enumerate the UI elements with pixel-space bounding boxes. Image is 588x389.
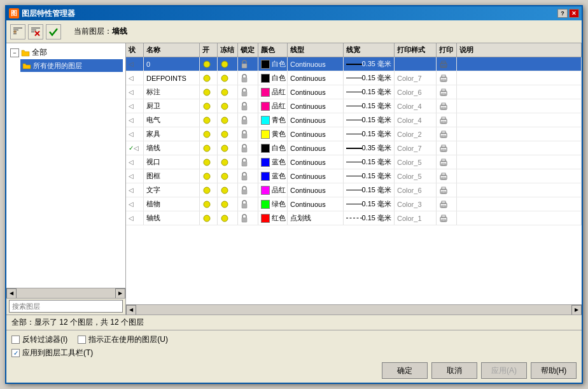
cell-on[interactable]: [200, 85, 218, 99]
cell-print-style[interactable]: Color_7: [395, 141, 437, 155]
cell-linewidth[interactable]: 0.15 毫米: [344, 183, 395, 197]
table-row[interactable]: ◁轴线红色点划线 0.15 毫米Color_1: [126, 211, 582, 225]
cell-print[interactable]: [437, 141, 457, 155]
cell-print[interactable]: [437, 71, 457, 85]
cell-print-style[interactable]: Color_5: [395, 169, 437, 183]
cell-print-style[interactable]: Color_2: [395, 127, 437, 141]
cell-freeze[interactable]: [218, 113, 238, 127]
col-name[interactable]: 名称: [144, 43, 200, 57]
cell-print[interactable]: [437, 85, 457, 99]
help-window-btn[interactable]: ?: [557, 9, 568, 18]
cell-lock[interactable]: [238, 211, 258, 225]
cell-color[interactable]: 白色: [258, 141, 288, 155]
col-print[interactable]: 打印: [437, 43, 457, 57]
help-button[interactable]: 帮助(H): [531, 362, 577, 379]
cell-color[interactable]: 蓝色: [258, 169, 288, 183]
cell-lock[interactable]: [238, 183, 258, 197]
cell-lock[interactable]: [238, 113, 258, 127]
table-row[interactable]: ◁DEFPOINTS白色Continuous 0.15 毫米Color_7: [126, 71, 582, 85]
cell-linewidth[interactable]: 0.15 毫米: [344, 127, 395, 141]
new-layer-btn[interactable]: [10, 24, 25, 39]
cell-print[interactable]: [437, 183, 457, 197]
apply-toolbar-box[interactable]: ✓: [11, 349, 20, 357]
table-row[interactable]: ◁文字品红Continuous 0.15 毫米Color_6: [126, 183, 582, 197]
cell-lock[interactable]: [238, 155, 258, 169]
cell-print-style[interactable]: [395, 57, 437, 71]
cell-lock[interactable]: [238, 71, 258, 85]
table-scroll-left-btn[interactable]: ◀: [126, 305, 136, 315]
cell-print-style[interactable]: Color_5: [395, 155, 437, 169]
table-row[interactable]: ◁厨卫品红Continuous 0.15 毫米Color_4: [126, 99, 582, 113]
cell-color[interactable]: 红色: [258, 211, 288, 225]
cell-freeze[interactable]: [218, 197, 238, 211]
cell-linetype[interactable]: 点划线: [288, 211, 344, 225]
cell-on[interactable]: [200, 57, 218, 71]
table-row[interactable]: ◁图框蓝色Continuous 0.15 毫米Color_5: [126, 169, 582, 183]
cell-linewidth[interactable]: 0.15 毫米: [344, 169, 395, 183]
cell-linetype[interactable]: Continuous: [288, 183, 344, 197]
cell-linewidth[interactable]: 0.15 毫米: [344, 155, 395, 169]
scroll-right-btn[interactable]: ▶: [115, 288, 125, 299]
cell-linewidth[interactable]: 0.15 毫米: [344, 113, 395, 127]
table-horizontal-scrollbar[interactable]: ◀ ▶: [126, 304, 582, 315]
cell-freeze[interactable]: [218, 127, 238, 141]
col-desc[interactable]: 说明: [457, 43, 582, 57]
cell-on[interactable]: [200, 211, 218, 225]
cell-print-style[interactable]: Color_1: [395, 211, 437, 225]
cell-on[interactable]: [200, 183, 218, 197]
cell-print[interactable]: [437, 99, 457, 113]
cell-freeze[interactable]: [218, 99, 238, 113]
cell-color[interactable]: 白色: [258, 57, 288, 71]
col-on[interactable]: 开: [200, 43, 218, 57]
cell-color[interactable]: 品红: [258, 99, 288, 113]
cell-linetype[interactable]: Continuous: [288, 113, 344, 127]
cell-linetype[interactable]: Continuous: [288, 141, 344, 155]
cell-color[interactable]: 黄色: [258, 127, 288, 141]
cell-on[interactable]: [200, 99, 218, 113]
cell-freeze[interactable]: [218, 57, 238, 71]
cell-print[interactable]: [437, 113, 457, 127]
cell-print-style[interactable]: Color_7: [395, 71, 437, 85]
cell-freeze[interactable]: [218, 71, 238, 85]
tree-expand-btn[interactable]: −: [10, 48, 19, 57]
cell-color[interactable]: 绿色: [258, 197, 288, 211]
cell-linetype[interactable]: Continuous: [288, 127, 344, 141]
cell-linetype[interactable]: Continuous: [288, 169, 344, 183]
tree-root-item[interactable]: − 全部: [9, 46, 123, 59]
cell-freeze[interactable]: [218, 183, 238, 197]
invert-filter-box[interactable]: [11, 336, 20, 344]
col-status[interactable]: 状: [126, 43, 144, 57]
cell-print[interactable]: [437, 155, 457, 169]
cell-linewidth[interactable]: 0.15 毫米: [344, 99, 395, 113]
cancel-button[interactable]: 取消: [431, 362, 477, 379]
apply-button[interactable]: 应用(A): [481, 362, 527, 379]
cell-color[interactable]: 青色: [258, 113, 288, 127]
cell-linewidth[interactable]: 0.15 毫米: [344, 197, 395, 211]
cell-lock[interactable]: [238, 99, 258, 113]
tree-all-used-item[interactable]: 所有使用的图层: [20, 59, 123, 72]
cell-on[interactable]: [200, 141, 218, 155]
cell-print[interactable]: [437, 57, 457, 71]
cell-linetype[interactable]: Continuous: [288, 155, 344, 169]
close-window-btn[interactable]: ✕: [569, 9, 579, 18]
cell-print[interactable]: [437, 127, 457, 141]
col-lock[interactable]: 锁定: [238, 43, 258, 57]
cell-linetype[interactable]: Continuous: [288, 99, 344, 113]
cell-lock[interactable]: [238, 57, 258, 71]
ok-button[interactable]: 确定: [382, 362, 428, 379]
table-row[interactable]: ◁标注品红Continuous 0.15 毫米Color_6: [126, 85, 582, 99]
cell-print[interactable]: [437, 211, 457, 225]
table-row[interactable]: ◁0白色Continuous 0.35 毫米: [126, 57, 582, 71]
table-scroll-right-btn[interactable]: ▶: [571, 305, 582, 315]
cell-lock[interactable]: [238, 141, 258, 155]
cell-lock[interactable]: [238, 127, 258, 141]
cell-linewidth[interactable]: 0.15 毫米: [344, 85, 395, 99]
cell-lock[interactable]: [238, 197, 258, 211]
indicate-used-box[interactable]: [78, 336, 86, 344]
table-row[interactable]: ✓◁墙线白色Continuous 0.35 毫米Color_7: [126, 141, 582, 155]
scroll-track[interactable]: [17, 290, 115, 297]
layer-table[interactable]: ◁0白色Continuous 0.35 毫米◁DEFPOINTS白色Contin…: [126, 57, 582, 304]
cell-linetype[interactable]: Continuous: [288, 57, 344, 71]
invert-filter-checkbox[interactable]: 反转过滤器(I): [11, 334, 67, 345]
cell-on[interactable]: [200, 71, 218, 85]
